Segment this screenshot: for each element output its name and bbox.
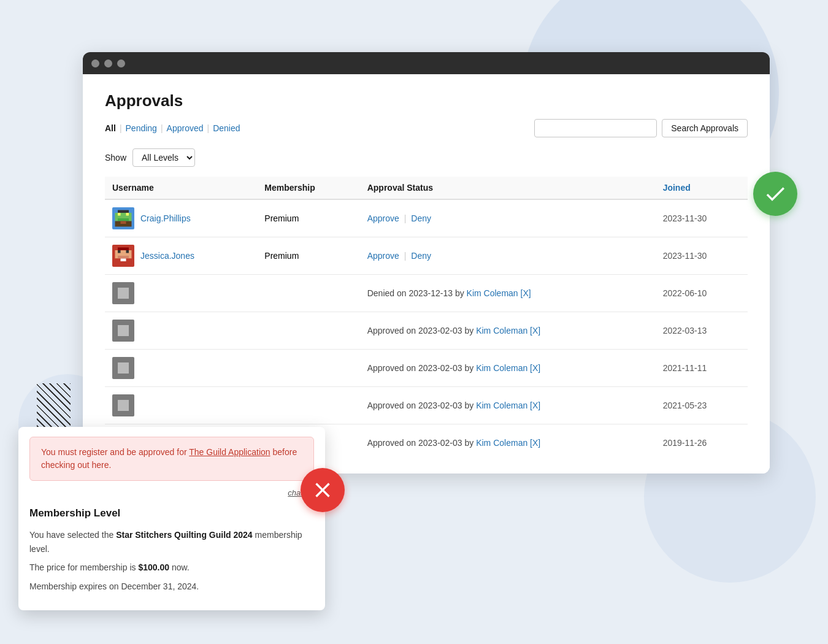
table-cell-status: Approve | Deny [360,199,656,237]
svg-rect-1 [118,210,129,213]
table-cell-username: Jessica.Jones [105,237,257,275]
price-text-pre: The price for membership is [29,562,136,572]
approved-admin-link-5[interactable]: Kim Coleman [476,363,527,373]
card-body: Membership Level You have selected the S… [18,502,325,610]
x-icon [310,478,335,502]
level-name: Star Stitchers Quilting Guild 2024 [116,530,253,540]
approved-x-link-6[interactable]: [X] [530,401,540,410]
denied-status-text: Denied on 2023-12-13 by [367,288,464,298]
search-approvals-button[interactable]: Search Approvals [662,119,748,137]
username-jessica-jones[interactable]: Jessica.Jones [140,251,194,261]
approved-admin-link-7[interactable]: Kim Coleman [476,438,527,448]
error-text-pre: You must register and be approved for [41,447,187,457]
svg-rect-4 [126,213,129,216]
deny-link-jessica[interactable]: Deny [411,251,431,261]
approved-admin-link-4[interactable]: Kim Coleman [476,326,527,335]
col-header-joined[interactable]: Joined [656,177,748,199]
table-cell-joined: 2021-11-11 [656,350,748,387]
table-row: Approved on 2023-02-03 by Kim Coleman [X… [105,387,748,424]
approved-x-link-7[interactable]: [X] [530,438,540,448]
guild-application-link[interactable]: The Guild Application [189,447,270,457]
svg-rect-12 [126,250,129,253]
table-cell-joined: 2022-06-10 [656,275,748,312]
svg-rect-9 [118,248,129,251]
approved-status-text-6: Approved on 2023-02-03 by [367,401,474,410]
svg-rect-17 [118,288,129,299]
approved-status-text-7: Approved on 2023-02-03 by [367,438,476,448]
table-row: Approved on 2023-02-03 by Kim Coleman [X… [105,350,748,387]
filter-all[interactable]: All [105,123,116,133]
table-cell-membership: Premium [257,199,359,237]
approved-status-text-5: Approved on 2023-02-03 by [367,363,474,373]
table-row: Jessica.Jones Premium Approve | Deny 202… [105,237,748,275]
approvals-table: Username Membership Approval Status Join… [105,177,748,461]
avatar [112,245,134,267]
table-cell-membership: Premium [257,237,359,275]
table-row: Denied on 2023-12-13 by Kim Coleman [X] … [105,275,748,312]
table-cell-joined: 2019-11-26 [656,424,748,462]
approve-link-craig[interactable]: Approve [367,213,399,223]
table-cell-membership [257,275,359,312]
table-cell-status: Approved on 2023-02-03 by Kim Coleman [X… [360,350,656,387]
table-cell-joined: 2022-03-13 [656,312,748,350]
table-cell-status: Approve | Deny [360,237,656,275]
show-row: Show All Levels [105,148,748,167]
page-title: Approvals [105,91,748,110]
stripe-decoration-bottom [37,383,71,429]
show-label: Show [105,153,126,163]
table-cell-status: Approved on 2023-02-03 by Kim Coleman [X… [360,312,656,350]
green-check-badge [753,172,797,216]
approve-link-jessica[interactable]: Approve [367,251,399,261]
browser-titlebar [83,52,770,74]
error-banner: You must register and be approved for Th… [29,437,314,481]
avatar [112,394,134,416]
svg-rect-5 [118,218,129,221]
approved-admin-link-6[interactable]: Kim Coleman [476,401,527,410]
svg-rect-3 [118,213,121,216]
table-cell-username: Craig.Phillips [105,199,257,237]
search-input[interactable] [534,119,657,137]
table-row: Approved on 2023-02-03 by Kim Coleman [X… [105,312,748,350]
table-cell-status: Approved on 2023-02-03 by Kim Coleman [X… [360,387,656,424]
denied-admin-link[interactable]: Kim Coleman [467,288,518,298]
red-x-badge [301,468,345,512]
col-header-approval-status: Approval Status [360,177,656,199]
table-cell-status: Approved on 2023-02-03 by Kim Coleman [X… [360,424,656,462]
svg-rect-19 [118,325,129,336]
price-value: $100.00 [138,562,169,572]
avatar [112,320,134,342]
table-cell-membership [257,350,359,387]
approved-x-link-4[interactable]: [X] [530,326,540,335]
table-cell-membership [257,387,359,424]
denied-x-link[interactable]: [X] [521,288,531,298]
svg-rect-15 [121,259,126,262]
svg-rect-7 [121,221,126,224]
body-pre: You have selected the [29,530,113,540]
filter-denied[interactable]: Denied [213,123,240,133]
avatar [112,357,134,379]
svg-rect-11 [118,250,121,253]
browser-content: Approvals All | Pending | Approved | Den… [83,74,770,473]
approved-x-link-5[interactable]: [X] [530,363,540,373]
deny-link-craig[interactable]: Deny [411,213,431,223]
col-header-username: Username [105,177,257,199]
browser-dot-yellow [104,59,112,67]
svg-rect-23 [118,400,129,411]
filter-approved[interactable]: Approved [167,123,204,133]
table-cell-joined: 2021-05-23 [656,387,748,424]
expires-text: Membership expires on December 31, 2024. [29,580,314,593]
price-text: The price for membership is $100.00 now. [29,561,314,574]
checkmark-icon [763,182,788,206]
filter-pending[interactable]: Pending [126,123,157,133]
table-cell-username [105,387,257,424]
browser-window: Approvals All | Pending | Approved | Den… [83,52,770,473]
table-cell-joined: 2023-11-30 [656,199,748,237]
table-header-row: Username Membership Approval Status Join… [105,177,748,199]
table-cell-username [105,275,257,312]
table-cell-membership [257,312,359,350]
level-filter-select[interactable]: All Levels [132,148,195,167]
filter-row: All | Pending | Approved | Denied Search… [105,119,748,137]
svg-rect-21 [118,362,129,374]
col-header-membership: Membership [257,177,359,199]
username-craig-phillips[interactable]: Craig.Phillips [140,213,191,223]
